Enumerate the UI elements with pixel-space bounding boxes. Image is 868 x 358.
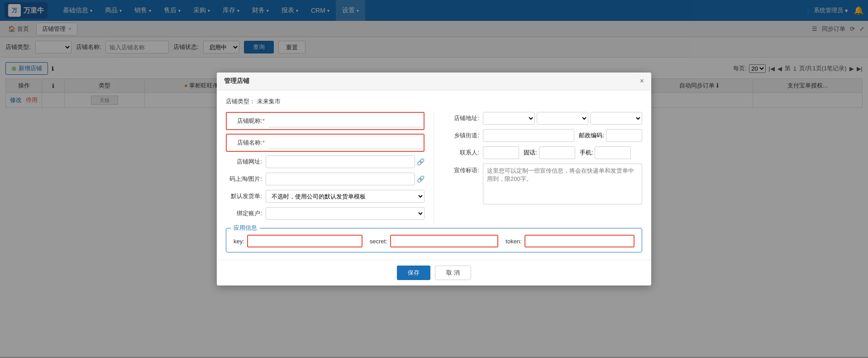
url-label: 店铺网址: [226, 158, 262, 166]
save-button[interactable]: 保存 [397, 266, 430, 280]
mobile-input[interactable] [595, 146, 631, 159]
promo-label: 宣传标语: [443, 166, 479, 174]
key-field: key: [234, 235, 362, 247]
shop-type-label: 店铺类型： [226, 98, 255, 105]
manage-shop-modal: 管理店铺 × 店铺类型： 未来集市 店铺昵称:* [217, 73, 651, 285]
phone-label: 固话: [524, 149, 537, 157]
promo-textarea[interactable] [483, 164, 642, 204]
town-label: 乡镇街道: [443, 131, 479, 140]
app-section-title: 应用信息 [231, 224, 260, 232]
modal-body: 店铺类型： 未来集市 店铺昵称:* 店铺名称 [217, 90, 651, 260]
token-label: token: [506, 238, 521, 245]
town-row: 乡镇街道: 邮政编码: [443, 129, 642, 142]
form-grid: 店铺昵称:* 店铺名称:* 店铺网址: [226, 112, 642, 224]
city-select[interactable] [537, 112, 589, 125]
img-input[interactable] [266, 173, 415, 185]
img-label: 码上淘/图片: [226, 175, 262, 183]
province-select[interactable] [483, 112, 535, 125]
town-input[interactable] [483, 129, 574, 142]
invoice-label: 默认发货单: [226, 192, 262, 200]
img-link-icon[interactable]: 🔗 [417, 175, 424, 183]
shopname-row: 店铺名称:* [226, 134, 424, 152]
bind-select[interactable] [266, 207, 424, 220]
postal-input[interactable] [606, 129, 642, 142]
nickname-label: 店铺昵称:* [229, 117, 265, 125]
url-input[interactable] [266, 155, 415, 168]
invoice-row: 默认发货单: 不选时，使用公司的默认发货单模板 [226, 190, 424, 203]
contact-input[interactable] [483, 146, 519, 159]
postal-label: 邮政编码: [579, 131, 604, 140]
app-fields: key: secret: token: [234, 235, 634, 247]
address-label: 店铺地址: [443, 114, 479, 122]
bind-account-row: 绑定账户: [226, 207, 424, 220]
nickname-input[interactable] [268, 115, 422, 127]
img-row: 码上淘/图片: 🔗 [226, 173, 424, 185]
key-label: key: [234, 238, 244, 245]
modal-title: 管理店铺 [224, 77, 249, 85]
secret-label: secret: [370, 238, 387, 245]
secret-field: secret: [370, 235, 499, 247]
url-row: 店铺网址: 🔗 [226, 155, 424, 168]
app-info-section: 应用信息 key: secret: token: [226, 228, 642, 252]
promo-row: 宣传标语: [443, 164, 642, 204]
shop-type-line: 店铺类型： 未来集市 [226, 97, 642, 106]
key-input[interactable] [247, 235, 362, 247]
modal-close-icon[interactable]: × [640, 77, 644, 85]
phone-input[interactable] [539, 146, 575, 159]
shopname-input[interactable] [268, 136, 422, 149]
token-input[interactable] [525, 235, 634, 247]
mobile-label: 手机: [580, 149, 593, 157]
form-left: 店铺昵称:* 店铺名称:* 店铺网址: [226, 112, 434, 224]
district-select[interactable] [590, 112, 642, 125]
contact-label: 联系人: [443, 149, 479, 157]
shopname-label: 店铺名称:* [229, 139, 265, 147]
invoice-select[interactable]: 不选时，使用公司的默认发货单模板 [266, 190, 424, 203]
bind-label: 绑定账户: [226, 209, 262, 218]
url-link-icon[interactable]: 🔗 [417, 158, 424, 165]
shop-type-value: 未来集市 [257, 98, 281, 105]
modal-overlay: 管理店铺 × 店铺类型： 未来集市 店铺昵称:* [0, 0, 868, 357]
form-right: 店铺地址: 乡镇街道: 邮政编码: [434, 112, 642, 224]
contact-row: 联系人: 固话: 手机: [443, 146, 642, 159]
modal-footer: 保存 取 消 [217, 260, 651, 285]
token-field: token: [506, 235, 634, 247]
cancel-button[interactable]: 取 消 [435, 266, 471, 280]
secret-input[interactable] [390, 235, 499, 247]
nickname-row: 店铺昵称:* [226, 112, 424, 130]
modal-header: 管理店铺 × [217, 73, 651, 90]
address-row: 店铺地址: [443, 112, 642, 125]
